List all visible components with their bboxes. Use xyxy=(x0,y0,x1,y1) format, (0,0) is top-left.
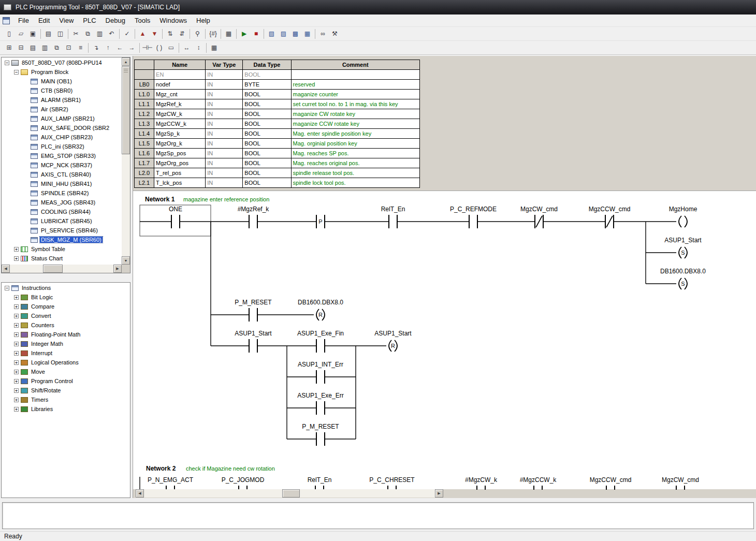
var-comment-cell[interactable]: spindle release tool pos. xyxy=(291,168,419,178)
var-name-cell[interactable]: T_rel_pos xyxy=(154,168,206,178)
menu-debug[interactable]: Debug xyxy=(101,15,130,26)
document-icon[interactable] xyxy=(3,17,10,24)
expand-icon[interactable]: + xyxy=(14,332,19,337)
print-button[interactable]: ▤ xyxy=(42,28,54,40)
line-up-button[interactable]: ↑ xyxy=(102,42,114,54)
ladder-contact[interactable]: P xyxy=(316,215,325,228)
ladder-contact-asup1-int-err[interactable]: ASUP1_INT_Err xyxy=(298,361,343,384)
var-name-cell[interactable]: nodef xyxy=(154,80,206,90)
var-addr-cell[interactable]: L1.6 xyxy=(135,149,154,158)
tree-item-lubricat-sbr45[interactable]: LUBRICAT (SBR45) xyxy=(2,216,122,226)
tree-item-aux-lamp-sbr21[interactable]: AUX_LAMP (SBR21) xyxy=(2,114,122,123)
expand-icon[interactable]: + xyxy=(14,388,19,393)
scroll-thumb[interactable] xyxy=(122,66,130,154)
var-addr-cell[interactable]: L1.4 xyxy=(135,129,154,139)
scroll-left-icon[interactable]: ◀ xyxy=(2,265,10,273)
var-comment-cell[interactable]: reserved xyxy=(291,80,419,90)
var-comment-cell[interactable]: Mag. reaches original pos. xyxy=(291,158,419,168)
ladder-coil-asup1-start[interactable]: SASUP1_Start xyxy=(664,237,702,258)
collapse-icon[interactable]: − xyxy=(14,70,19,75)
var-name-cell[interactable]: MgzRef_k xyxy=(154,99,206,109)
insert-column-button[interactable]: ⊡ xyxy=(63,42,75,54)
var-addr-cell[interactable]: L1.3 xyxy=(135,119,154,129)
expand-icon[interactable]: + xyxy=(14,407,19,412)
ladder-editor[interactable]: Network 1magazine enter reference positi… xyxy=(133,191,756,489)
ladder-contact-asup1-exe-fin[interactable]: ASUP1_Exe_Fin xyxy=(297,330,344,353)
var-addr-cell[interactable]: L1.0 xyxy=(135,90,154,99)
tree-item-mcp-nck-sbr37[interactable]: MCP_NCK (SBR37) xyxy=(2,160,122,170)
ladder-contact-mgzccw-cmd[interactable]: MgzCCW_cmd xyxy=(590,476,632,490)
var-addr-cell[interactable]: L2.0 xyxy=(135,168,154,178)
var-comment-cell[interactable]: set curret tool no. to 1 in mag. via thi… xyxy=(291,99,419,109)
var-type-cell[interactable]: IN xyxy=(206,168,243,178)
ladder-network-1[interactable]: Network 1magazine enter reference positi… xyxy=(140,196,706,446)
scroll-right-icon[interactable]: ▶ xyxy=(435,489,443,498)
var-name-cell[interactable]: EN xyxy=(154,70,206,80)
tree-item-plc-ini-sbr32[interactable]: PLC_ini (SBR32) xyxy=(2,142,122,151)
print-preview-button[interactable]: ◫ xyxy=(54,28,66,40)
expand-icon[interactable]: + xyxy=(14,398,19,402)
copy-cells-button[interactable]: ⧉ xyxy=(51,42,63,54)
tree-item-compare[interactable]: +Compare xyxy=(2,302,130,311)
expand-icon[interactable]: + xyxy=(14,314,19,318)
var-name-cell[interactable]: MgzOrg_pos xyxy=(154,158,206,168)
download-button[interactable]: ▼ xyxy=(149,28,161,40)
var-datatype-cell[interactable]: BOOL xyxy=(243,70,291,80)
tree-item-aux-chip-sbr23[interactable]: AUX_CHIP (SBR23) xyxy=(2,133,122,142)
tree-item-meas-jog-sbr43[interactable]: MEAS_JOG (SBR43) xyxy=(2,198,122,207)
var-addr-cell[interactable]: L1.7 xyxy=(135,158,154,168)
var-type-cell[interactable]: IN xyxy=(206,158,243,168)
ladder-coil-mgzhome[interactable]: MgzHome xyxy=(669,206,697,227)
ladder-contact-p-m-reset[interactable]: P_M_RESET xyxy=(235,299,272,321)
insert-vertical-line-button[interactable]: ↕ xyxy=(193,42,205,54)
var-type-cell[interactable]: IN xyxy=(206,119,243,129)
undo-button[interactable]: ↶ xyxy=(106,28,118,40)
menu-edit[interactable]: Edit xyxy=(34,15,54,26)
sort-descending-button[interactable]: ⇵ xyxy=(176,28,188,40)
copy-button[interactable]: ⧉ xyxy=(82,28,94,40)
tree-item-instructions[interactable]: −Instructions xyxy=(2,283,130,293)
var-datatype-cell[interactable]: BOOL xyxy=(243,90,291,99)
ladder-contact-one[interactable]: ONE xyxy=(169,206,182,228)
var-comment-cell[interactable] xyxy=(291,70,419,80)
var-type-cell[interactable]: IN xyxy=(206,90,243,99)
symbol-table-window-button[interactable]: ▨ xyxy=(278,28,289,40)
tree-item-emg-stop-sbr33[interactable]: EMG_STOP (SBR33) xyxy=(2,151,122,160)
menu-plc[interactable]: PLC xyxy=(78,15,100,26)
tree-item-libraries[interactable]: +Libraries xyxy=(2,404,130,414)
tree-item-logical-operations[interactable]: +Logical Operations xyxy=(2,358,130,367)
var-addr-cell[interactable] xyxy=(135,70,154,80)
var-comment-cell[interactable]: Mag. reaches SP pos. xyxy=(291,149,419,158)
menu-help[interactable]: Help xyxy=(192,15,215,26)
scroll-up-icon[interactable]: ▲ xyxy=(122,57,130,66)
var-datatype-cell[interactable]: BOOL xyxy=(243,139,291,149)
var-comment-cell[interactable]: maganize CW rotate key xyxy=(291,109,419,119)
var-type-cell[interactable]: IN xyxy=(206,149,243,158)
collapse-icon[interactable]: − xyxy=(5,286,9,290)
var-comment-cell[interactable]: Mag. enter spindle position key xyxy=(291,129,419,139)
var-datatype-cell[interactable]: BOOL xyxy=(243,178,291,188)
scroll-right-icon[interactable]: ▶ xyxy=(113,265,122,273)
var-datatype-cell[interactable]: BOOL xyxy=(243,149,291,158)
var-type-cell[interactable]: IN xyxy=(206,178,243,188)
var-datatype-cell[interactable]: BOOL xyxy=(243,99,291,109)
delete-row-button[interactable]: ▥ xyxy=(39,42,51,54)
tree-item-alarm-sbr1[interactable]: ALARM (SBR1) xyxy=(2,95,122,105)
ladder-contact-mgzref-k[interactable]: #MgzRef_k xyxy=(238,206,270,228)
tree-item-pi-service-sbr46[interactable]: PI_SERVICE (SBR46) xyxy=(2,226,122,235)
tree-item-floating-point-math[interactable]: +Floating-Point Math xyxy=(2,330,130,339)
var-datatype-cell[interactable]: BOOL xyxy=(243,109,291,119)
tree-item-aux-safe-door-sbr2[interactable]: AUX_SAFE_DOOR (SBR2 xyxy=(2,123,122,133)
open-file-button[interactable]: ▱ xyxy=(15,28,27,40)
var-comment-cell[interactable]: maganize counter xyxy=(291,90,419,99)
find-button[interactable]: ⚲ xyxy=(192,28,203,40)
expand-icon[interactable]: + xyxy=(14,323,19,328)
var-name-cell[interactable]: Mgz_cnt xyxy=(154,90,206,99)
cross-reference-window-button[interactable]: ▦ xyxy=(301,28,313,40)
ladder-contact-mgzccw-cmd[interactable]: MgzCCW_cmd xyxy=(589,206,631,228)
insert-box-button[interactable]: ▭ xyxy=(165,42,177,54)
scroll-left-icon[interactable]: ◀ xyxy=(136,489,144,498)
address-display-button[interactable]: {#} xyxy=(207,28,219,40)
tree-item-bit-logic[interactable]: +Bit Logic xyxy=(2,293,130,302)
expand-icon[interactable]: + xyxy=(14,360,19,365)
